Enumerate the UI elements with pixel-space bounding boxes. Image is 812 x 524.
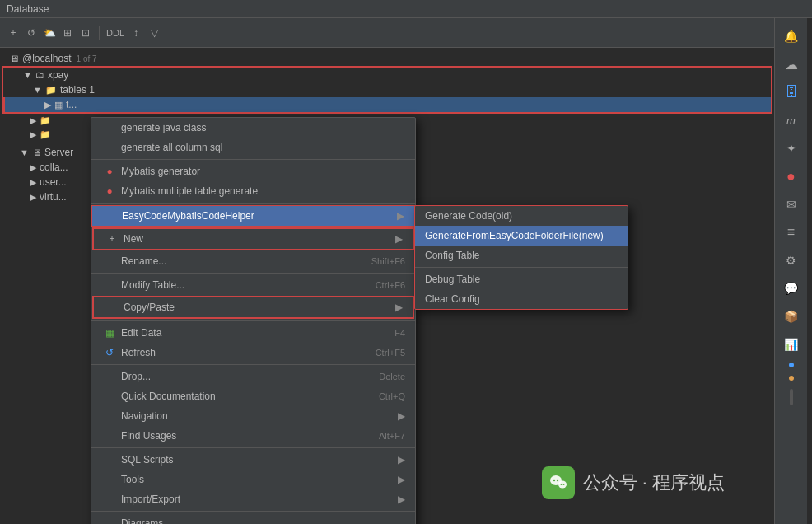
submenu-config-table-label: Config Table [425,250,480,261]
toolbar-grid1[interactable]: ⊞ [61,26,74,40]
easycode-arrow: ▶ [397,210,404,222]
menu-sql-scripts[interactable]: SQL Scripts ▶ [91,450,415,470]
tree-item3-icon: 📁 [40,129,51,140]
sidebar-lines[interactable]: ≡ [780,221,803,244]
tree-table-t-arrow: ▶ [44,100,51,110]
toolbar-sort[interactable]: ↕ [129,26,142,40]
menu-import-export[interactable]: Import/Export ▶ [91,489,415,509]
menu-generate-sql-label: generate all column sql [121,142,222,153]
menu-edit-data[interactable]: ▦ Edit Data F4 [91,323,415,343]
main-layout: + ↺ ⛅ ⊞ ⊡ DDL ↕ ▽ 🖥 @localhost 1 of 7 ▼ … [0,18,812,524]
menu-tools[interactable]: Tools ▶ [91,470,415,489]
tree-xpay-arrow: ▼ [23,70,32,80]
context-menu: generate java class generate all column … [91,117,416,524]
sidebar-db[interactable]: 🗄 [780,81,803,104]
menu-modify-table-label: Modify Table... [121,279,184,291]
submenu-gen-code-old-label: Generate Code(old) [425,210,512,222]
tree-tables-icon: 📁 [45,85,57,96]
tree-tables[interactable]: ▼ 📁 tables 1 [3,82,771,97]
sidebar-cloud[interactable]: ☁ [780,53,803,76]
menu-modify-table[interactable]: Modify Table... Ctrl+F6 [91,275,415,295]
mybatis-multi-icon: ● [101,185,118,197]
menu-quick-doc[interactable]: Quick Documentation Ctrl+Q [91,386,415,406]
submenu-debug-table[interactable]: Debug Table [415,269,628,289]
menu-sep6 [91,447,415,448]
tools-arrow: ▶ [398,474,405,485]
sidebar-chart[interactable]: 📊 [780,333,803,356]
sidebar-scroll[interactable] [790,389,793,405]
menu-drop[interactable]: Drop... Delete [91,367,415,386]
submenu-clear-config[interactable]: Clear Config [415,289,628,309]
tree-user-arrow: ▶ [30,177,36,188]
watermark: 公众号 · 程序视点 [542,466,725,499]
menu-sep7 [91,511,415,512]
sidebar-m[interactable]: m [780,109,803,132]
navigation-arrow: ▶ [398,410,405,422]
menu-quick-doc-label: Quick Documentation [121,391,216,402]
toolbar-grid2[interactable]: ⊡ [79,26,92,40]
toolbar-sync[interactable]: ⛅ [43,26,56,40]
menu-sep5 [91,364,415,365]
toolbar-refresh[interactable]: ↺ [25,26,38,40]
menu-generate-java[interactable]: generate java class [91,118,415,138]
menu-copy-paste-label: Copy/Paste [124,302,175,313]
copy-paste-arrow: ▶ [395,302,403,313]
mybatis-gen-icon: ● [101,166,118,177]
tree-item3-arrow: ▶ [30,129,36,140]
sql-scripts-arrow: ▶ [398,454,405,466]
drop-shortcut: Delete [379,372,405,381]
menu-easycode[interactable]: EasyCodeMybatisCodeHelper ▶ Generate Cod… [91,205,415,227]
tree-virtu-arrow: ▶ [30,192,36,203]
sidebar-red-dot[interactable]: ● [780,165,803,188]
submenu-debug-table-label: Debug Table [425,274,480,285]
toolbar-ddl[interactable]: DDL [106,28,124,38]
tree-xpay-label: xpay [48,69,68,81]
tree-server-label: Server [44,147,73,158]
sidebar-chat[interactable]: 💬 [780,277,803,300]
toolbar-sep1 [99,26,100,40]
submenu-gen-from-easy[interactable]: GenerateFromEasyCodeFolderFile(new) [415,226,628,246]
refresh-icon: ↺ [101,347,118,358]
submenu-gen-from-easy-label: GenerateFromEasyCodeFolderFile(new) [425,230,604,241]
menu-find-usages[interactable]: Find Usages Alt+F7 [91,426,415,446]
right-sidebar: 🔔 ☁ 🗄 m ✦ ● ✉ ≡ ⚙ 💬 📦 📊 [774,18,807,524]
find-usages-shortcut: Alt+F7 [379,431,405,441]
svg-point-4 [560,484,562,485]
tree-table-t-icon: ▦ [54,100,63,110]
tree-localhost[interactable]: 🖥 @localhost 1 of 7 [0,51,774,66]
toolbar-add[interactable]: + [7,26,20,40]
tree-user-label: user... [40,176,67,188]
menu-diagrams[interactable]: Diagrams [91,513,415,524]
menu-copy-paste[interactable]: Copy/Paste ▶ [92,296,414,319]
wechat-icon [542,466,575,499]
sidebar-star[interactable]: ✦ [780,137,803,160]
submenu-config-table[interactable]: Config Table [415,246,628,265]
submenu-easycode: Generate Code(old) GenerateFromEasyCodeF… [414,205,628,310]
sidebar-dot-blue [789,363,794,367]
menu-generate-java-label: generate java class [121,122,206,133]
sidebar-mail[interactable]: ✉ [780,193,803,216]
menu-new[interactable]: + New ▶ [92,227,414,250]
toolbar-filter[interactable]: ▽ [147,26,161,40]
tree-xpay-icon: 🗂 [35,70,44,80]
menu-sep2 [91,203,415,204]
sidebar-dot-orange [789,376,794,381]
menu-new-label: New [124,233,143,245]
menu-navigation[interactable]: Navigation ▶ [91,406,415,426]
sidebar-bell[interactable]: 🔔 [780,25,803,48]
tree-table-t[interactable]: ▶ ▦ t... [3,97,771,112]
refresh-shortcut: Ctrl+F5 [376,348,405,358]
tree-xpay[interactable]: ▼ 🗂 xpay [3,68,771,82]
watermark-text: 公众号 · 程序视点 [583,470,725,495]
menu-generate-sql[interactable]: generate all column sql [91,138,415,157]
sidebar-box[interactable]: 📦 [780,305,803,328]
menu-mybatis-gen[interactable]: ● Mybatis generator [91,161,415,181]
menu-mybatis-multi[interactable]: ● Mybatis multiple table generate [91,181,415,201]
menu-refresh[interactable]: ↺ Refresh Ctrl+F5 [91,343,415,363]
submenu-gen-code-old[interactable]: Generate Code(old) [415,206,628,226]
tree-server-icon: 🖥 [32,147,41,157]
import-export-arrow: ▶ [398,494,405,505]
menu-rename[interactable]: Rename... Shift+F6 [91,251,415,271]
menu-easycode-label: EasyCodeMybatisCodeHelper [122,210,254,222]
sidebar-gear[interactable]: ⚙ [780,249,803,272]
